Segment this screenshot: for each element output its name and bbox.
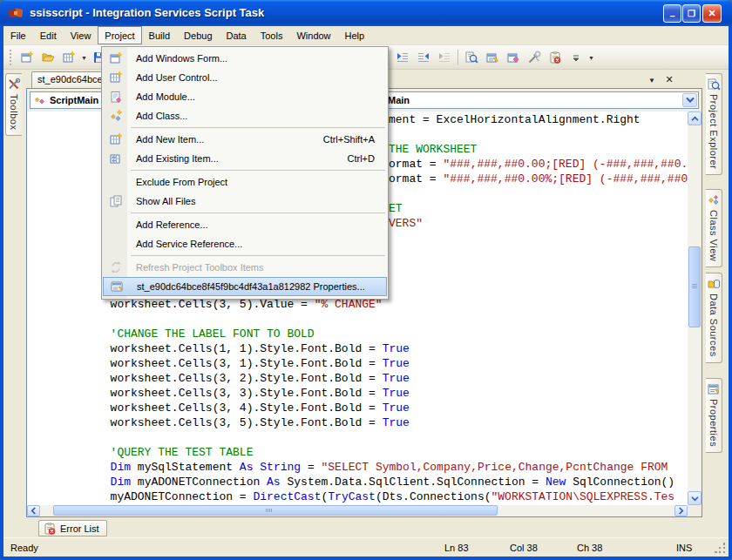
- text-navigate-3-button[interactable]: [434, 48, 455, 67]
- add-windows-form-button[interactable]: [17, 48, 37, 67]
- error-list-button[interactable]: [545, 48, 566, 67]
- scroll-left-icon[interactable]: [27, 505, 40, 516]
- project-menu: Add Windows Form...Add User Control...Ad…: [101, 46, 389, 300]
- add-module-icon: [109, 90, 123, 104]
- add-class-icon: [109, 109, 123, 123]
- menu-build[interactable]: Build: [142, 26, 177, 44]
- code-line: worksheet.Cells(3, 2).Style.Font.Bold = …: [29, 371, 674, 386]
- title-bar[interactable]: ssisscript - Integration Services Script…: [0, 0, 732, 26]
- tab-project-explorer[interactable]: Project Explorer: [706, 73, 722, 175]
- vertical-scroll-thumb[interactable]: [688, 246, 701, 327]
- resize-grip[interactable]: [715, 543, 727, 555]
- code-line: ment = ExcelHorizontalAlignment.Right: [389, 112, 688, 127]
- status-insert-mode: INS: [676, 543, 692, 553]
- menu-item-label: Exclude From Project: [129, 177, 227, 187]
- method-combo[interactable]: Main: [366, 91, 699, 109]
- tab-toolbox[interactable]: Toolbox: [5, 73, 22, 136]
- vertical-scrollbar[interactable]: [688, 111, 702, 505]
- error-list-icon: [43, 522, 57, 536]
- menu-item-add-class[interactable]: Add Class...: [103, 106, 387, 125]
- code-line: worksheet.Cells(3, 1).Style.Font.Bold = …: [29, 356, 674, 371]
- toolbox-icon: [527, 51, 541, 64]
- menu-item-label: Show All Files: [129, 196, 195, 206]
- tab-properties[interactable]: Properties: [706, 378, 722, 453]
- document-close-icon[interactable]: ✕: [662, 74, 676, 85]
- menu-item-shortcut: Ctrl+Shift+A: [323, 134, 387, 145]
- vb-class-icon: [33, 93, 47, 107]
- solution-explorer-button[interactable]: [461, 48, 482, 67]
- right-tab-strip: Project ExplorerClass ViewData SourcesPr…: [706, 70, 729, 519]
- add-item-button[interactable]: [58, 48, 79, 67]
- status-message: Ready: [10, 543, 38, 553]
- status-bar: Ready Ln 83 Col 38 Ch 38 INS: [3, 537, 729, 557]
- menu-item-add-user-control[interactable]: Add User Control...: [103, 68, 387, 87]
- code-line: myADONETConnection = DirectCast(TryCast(…: [29, 489, 674, 504]
- scroll-right-icon[interactable]: [674, 505, 688, 516]
- close-button[interactable]: ✕: [702, 4, 722, 23]
- window-title: ssisscript - Integration Services Script…: [30, 6, 264, 19]
- menu-item-label: Add Module...: [129, 91, 195, 102]
- menu-view[interactable]: View: [64, 26, 98, 44]
- code-line: Dim mySqlStatement As String = "SELECT S…: [29, 460, 674, 475]
- menu-separator: [131, 170, 385, 171]
- data-sources-icon: [707, 277, 721, 291]
- menu-item-icon-slot: [103, 152, 129, 165]
- menu-item-shortcut: Ctrl+D: [348, 153, 387, 164]
- tab-label: Class View: [708, 210, 719, 261]
- object-browser-button[interactable]: [503, 48, 524, 67]
- menu-item-icon-slot: [103, 71, 129, 84]
- horizontal-scroll-track[interactable]: [40, 505, 674, 516]
- menu-item-label: Refresh Project Toolbox Items: [129, 262, 264, 273]
- tab-class-view[interactable]: Class View: [706, 189, 722, 267]
- scroll-down-icon[interactable]: [688, 491, 702, 505]
- text-navigate-1-button[interactable]: [392, 48, 413, 67]
- horizontal-scrollbar[interactable]: [27, 505, 688, 516]
- menu-item-add-existing-item[interactable]: Add Existing Item...Ctrl+D: [103, 149, 387, 168]
- bottom-panel-bar: [3, 519, 729, 537]
- menu-item-show-all-files[interactable]: Show All Files: [103, 192, 387, 211]
- toolbar-grip[interactable]: [10, 50, 14, 65]
- toolbar-separator: [458, 50, 458, 65]
- menu-project[interactable]: Project: [98, 26, 141, 44]
- menu-item-exclude-from-project[interactable]: Exclude From Project: [103, 172, 387, 192]
- add-item-dropdown-icon[interactable]: ▼: [79, 55, 89, 61]
- method-combo-arrow-icon[interactable]: [682, 93, 697, 107]
- open-folder-button[interactable]: [37, 48, 58, 67]
- menu-help[interactable]: Help: [338, 26, 372, 44]
- menu-item-refresh-project-toolbox-items[interactable]: Refresh Project Toolbox Items: [103, 258, 387, 277]
- class-view-icon: [707, 193, 721, 207]
- document-list-dropdown-icon[interactable]: ▼: [645, 77, 659, 84]
- properties-window-button[interactable]: [482, 48, 503, 67]
- menu-item-label: Add Service Reference...: [129, 239, 242, 249]
- code-line: worksheet.Cells(3, 4).Style.Font.Bold = …: [29, 401, 674, 415]
- menu-edit[interactable]: Edit: [33, 26, 64, 44]
- menu-data[interactable]: Data: [220, 26, 254, 44]
- code-line: [29, 430, 674, 445]
- minimize-button[interactable]: –: [663, 4, 681, 23]
- text-navigate-2-button[interactable]: [413, 48, 434, 67]
- menu-item-st-e90dc64bce8f45f9bc4df43a1a812982-properties[interactable]: st_e90dc64bce8f45f9bc4df43a1a812982 Prop…: [103, 277, 387, 296]
- code-line: worksheet.Cells(1, 1).Style.Font.Bold = …: [29, 341, 674, 356]
- menu-item-add-new-item[interactable]: Add New Item...Ctrl+Shift+A: [103, 130, 387, 149]
- refresh-icon: [109, 260, 123, 274]
- menu-debug[interactable]: Debug: [177, 26, 219, 44]
- maximize-button[interactable]: ❐: [682, 4, 701, 23]
- scroll-up-icon[interactable]: [688, 111, 702, 125]
- menu-file[interactable]: File: [3, 26, 33, 44]
- menu-item-add-module[interactable]: Add Module...: [103, 87, 387, 106]
- text-navigate-3-icon: [437, 51, 451, 64]
- status-character: Ch 38: [577, 543, 602, 553]
- horizontal-scroll-thumb[interactable]: [53, 505, 498, 516]
- error-list-tab[interactable]: Error List: [38, 520, 107, 536]
- tab-label: Data Sources: [708, 293, 719, 357]
- tab-data-sources[interactable]: Data Sources: [706, 273, 722, 363]
- toolbar-overflow-dropdown-icon[interactable]: ▼: [586, 55, 596, 61]
- add-windows-form-icon: [20, 51, 34, 64]
- toolbox-button[interactable]: [524, 48, 545, 67]
- menu-item-add-windows-form[interactable]: Add Windows Form...: [103, 49, 387, 68]
- menu-item-add-service-reference[interactable]: Add Service Reference...: [103, 234, 387, 253]
- toolbar-overflow-button[interactable]: [566, 48, 586, 67]
- menu-window[interactable]: Window: [289, 26, 337, 44]
- menu-item-add-reference[interactable]: Add Reference...: [103, 215, 387, 234]
- menu-tools[interactable]: Tools: [254, 26, 290, 44]
